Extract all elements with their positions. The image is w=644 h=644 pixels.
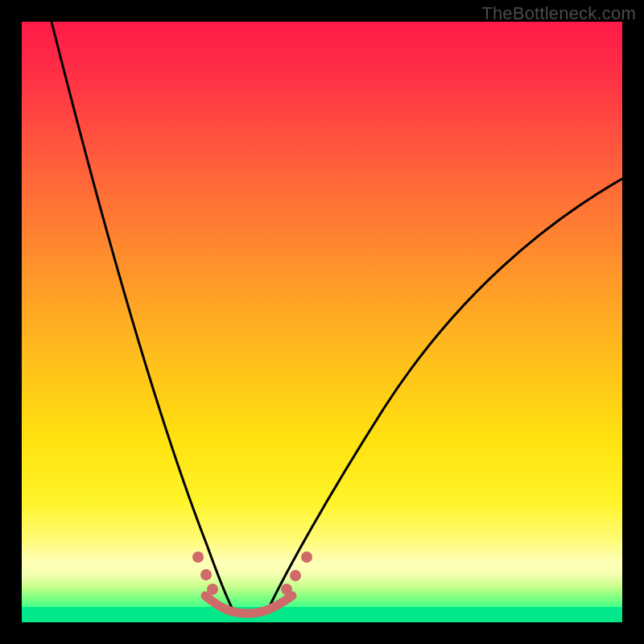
marker-dot	[290, 570, 301, 581]
marker-dot	[207, 584, 218, 595]
watermark-text: TheBottleneck.com	[481, 3, 636, 24]
bottom-pink-segment	[205, 596, 292, 613]
left-curve	[52, 22, 233, 609]
plot-area	[22, 22, 622, 622]
marker-dot	[200, 569, 212, 580]
marker-dot	[192, 551, 204, 563]
marker-dot	[301, 551, 312, 563]
curves-svg	[22, 22, 622, 622]
right-curve	[268, 179, 622, 609]
chart-frame: TheBottleneck.com	[0, 0, 644, 644]
curve-layer	[52, 22, 622, 613]
marker-dot	[281, 584, 292, 595]
